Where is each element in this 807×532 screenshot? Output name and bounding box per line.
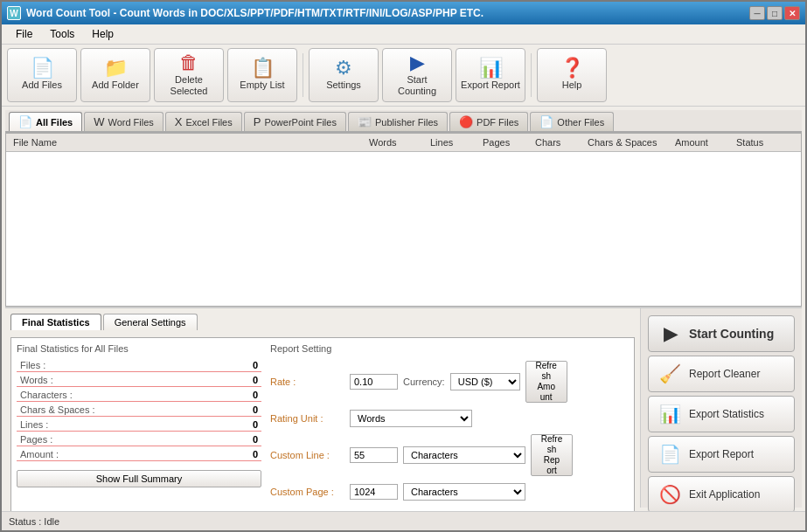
stat-words-value: 0 bbox=[253, 375, 258, 385]
start-counting-right-button[interactable]: ▶ Start Counting bbox=[648, 315, 795, 352]
stat-lines-value: 0 bbox=[253, 419, 258, 430]
menu-tools[interactable]: Tools bbox=[43, 26, 81, 42]
export-report-right-label: Export Report bbox=[689, 448, 754, 460]
report-cleaner-button[interactable]: 🧹 Report Cleaner bbox=[648, 356, 795, 392]
custom-line-input[interactable] bbox=[350, 447, 398, 463]
menu-help[interactable]: Help bbox=[85, 26, 121, 42]
settings-icon: ⚙ bbox=[335, 59, 352, 78]
col-chars: Chars bbox=[533, 136, 586, 149]
rate-label: Rate : bbox=[270, 377, 344, 387]
empty-list-button[interactable]: 📋 Empty List bbox=[227, 48, 297, 102]
col-amount: Amount bbox=[673, 136, 734, 149]
col-lines: Lines bbox=[428, 136, 481, 149]
report-setting-title: Report Setting bbox=[270, 343, 629, 354]
stat-chars-spaces-value: 0 bbox=[253, 404, 258, 415]
custom-page-label: Custom Page : bbox=[270, 487, 344, 497]
export-label: Export Report bbox=[461, 79, 520, 91]
stat-words-label: Words : bbox=[20, 375, 53, 385]
stat-characters: Characters : 0 bbox=[17, 389, 261, 402]
right-panel: ▶ Start Counting 🧹 Report Cleaner 📊 Expo… bbox=[640, 308, 802, 508]
empty-icon: 📋 bbox=[251, 59, 275, 78]
title-bar-left: W Word Count Tool - Count Words in DOC/X… bbox=[7, 6, 484, 20]
window-title: Word Count Tool - Count Words in DOC/XLS… bbox=[26, 7, 484, 19]
tab-all-files[interactable]: 📄 All Files bbox=[9, 112, 82, 131]
tab-word-files[interactable]: W Word Files bbox=[84, 112, 163, 131]
status-bar: Status : Idle bbox=[2, 511, 805, 530]
start-icon: ▶ bbox=[410, 53, 425, 73]
tab-pdf-files[interactable]: 🔴 PDF Files bbox=[449, 112, 528, 131]
rating-unit-select[interactable]: Words Characters Lines Pages bbox=[350, 410, 472, 427]
custom-line-row: Custom Line : Characters Words RefreshRe… bbox=[270, 434, 629, 476]
stat-chars-label: Characters : bbox=[20, 390, 73, 400]
export-icon: 📊 bbox=[479, 59, 503, 78]
export-report-right-button[interactable]: 📄 Export Report bbox=[648, 436, 795, 473]
add-folder-icon: 📁 bbox=[104, 59, 128, 78]
exit-application-button[interactable]: 🚫 Exit Application bbox=[648, 476, 795, 511]
stat-amount-value: 0 bbox=[253, 449, 258, 459]
refresh-report-button[interactable]: RefreshReport bbox=[531, 434, 573, 476]
all-files-icon: 📄 bbox=[18, 115, 32, 128]
help-icon: ❓ bbox=[560, 59, 584, 78]
main-area: 📄 All Files W Word Files X Excel Files P… bbox=[2, 107, 805, 511]
maximize-button[interactable]: □ bbox=[767, 6, 783, 20]
separator-2 bbox=[531, 53, 532, 97]
help-label: Help bbox=[562, 79, 582, 91]
tab-final-statistics[interactable]: Final Statistics bbox=[10, 314, 101, 330]
settings-label: Settings bbox=[326, 79, 361, 91]
settings-button[interactable]: ⚙ Settings bbox=[309, 48, 379, 102]
excel-icon: X bbox=[175, 115, 183, 128]
tab-powerpoint-files[interactable]: P PowerPoint Files bbox=[244, 112, 346, 131]
start-counting-right-label: Start Counting bbox=[689, 327, 774, 341]
start-counting-icon: ▶ bbox=[657, 323, 682, 344]
stats-tabs: Final Statistics General Settings bbox=[10, 314, 635, 330]
file-list-area: File Name Words Lines Pages Chars Chars … bbox=[5, 133, 802, 307]
add-files-label: Add Files bbox=[22, 79, 62, 91]
stat-files: Files : 0 bbox=[17, 359, 261, 372]
custom-page-input[interactable] bbox=[350, 484, 398, 500]
tab-other-label: Other Files bbox=[557, 117, 604, 128]
close-button[interactable]: ✕ bbox=[784, 6, 800, 20]
delete-selected-button[interactable]: 🗑 Delete Selected bbox=[154, 48, 224, 102]
custom-page-unit-select[interactable]: Characters Words bbox=[403, 483, 525, 501]
menu-file[interactable]: File bbox=[9, 26, 39, 42]
tab-publisher-files[interactable]: 📰 Publisher Files bbox=[348, 112, 448, 131]
show-full-summary-button[interactable]: Show Full Summary bbox=[17, 470, 261, 487]
stat-pages-value: 0 bbox=[253, 434, 258, 445]
currency-select[interactable]: USD ($) EUR (€) bbox=[450, 373, 520, 390]
stat-amount: Amount : 0 bbox=[17, 448, 261, 461]
minimize-button[interactable]: ─ bbox=[749, 6, 765, 20]
pdf-icon: 🔴 bbox=[459, 115, 473, 128]
add-folder-button[interactable]: 📁 Add Folder bbox=[80, 48, 150, 102]
app-icon: W bbox=[7, 6, 21, 20]
export-statistics-button[interactable]: 📊 Export Statistics bbox=[648, 396, 795, 432]
file-tabs: 📄 All Files W Word Files X Excel Files P… bbox=[5, 110, 802, 133]
custom-line-unit-select[interactable]: Characters Words bbox=[403, 446, 525, 464]
stat-chars-spaces: Chars & Spaces : 0 bbox=[17, 404, 261, 417]
final-stats-title: Final Statistics for All Files bbox=[17, 343, 261, 354]
stat-lines-label: Lines : bbox=[20, 419, 48, 430]
ppt-icon: P bbox=[254, 115, 261, 128]
custom-line-label: Custom Line : bbox=[270, 450, 344, 460]
stat-chars-value: 0 bbox=[253, 390, 258, 400]
delete-label: Delete Selected bbox=[158, 74, 219, 97]
exit-icon: 🚫 bbox=[657, 484, 682, 505]
file-list-body[interactable] bbox=[6, 152, 801, 306]
report-cleaner-label: Report Cleaner bbox=[689, 368, 760, 380]
menu-bar: File Tools Help bbox=[2, 24, 805, 45]
tab-excel-label: Excel Files bbox=[186, 117, 233, 128]
rate-input[interactable] bbox=[350, 374, 398, 390]
final-stats: Final Statistics for All Files Files : 0… bbox=[17, 343, 261, 508]
export-statistics-icon: 📊 bbox=[657, 404, 682, 425]
stat-amount-label: Amount : bbox=[20, 449, 59, 459]
title-bar: W Word Count Tool - Count Words in DOC/X… bbox=[2, 2, 805, 24]
export-report-toolbar-button[interactable]: 📊 Export Report bbox=[456, 48, 525, 102]
pub-icon: 📰 bbox=[358, 115, 372, 128]
start-counting-toolbar-button[interactable]: ▶ Start Counting bbox=[382, 48, 452, 102]
stat-files-label: Files : bbox=[20, 360, 45, 370]
tab-general-settings[interactable]: General Settings bbox=[103, 314, 198, 330]
tab-other-files[interactable]: 📄 Other Files bbox=[530, 112, 614, 131]
add-files-button[interactable]: 📄 Add Files bbox=[7, 48, 77, 102]
refresh-amount-button[interactable]: RefreshAmount bbox=[525, 361, 567, 403]
help-button[interactable]: ❓ Help bbox=[537, 48, 607, 102]
tab-excel-files[interactable]: X Excel Files bbox=[165, 112, 242, 131]
